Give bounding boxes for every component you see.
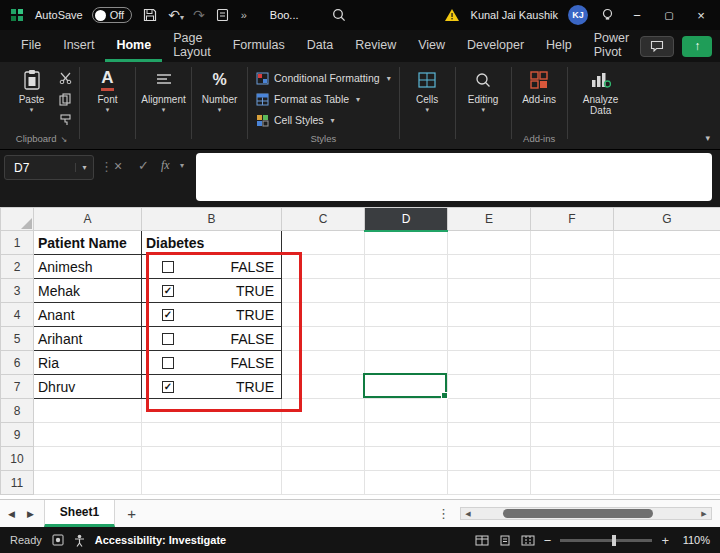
checkbox-B3[interactable]: ✓ <box>162 285 174 297</box>
cell-B8[interactable] <box>142 399 282 423</box>
cell-A3[interactable]: Mehak <box>34 279 142 303</box>
zoom-in-button[interactable]: + <box>661 533 669 548</box>
cell-F10[interactable] <box>531 447 614 471</box>
conditional-formatting-button[interactable]: Conditional Formatting ▾ <box>252 69 395 87</box>
cell-E10[interactable] <box>448 447 531 471</box>
cell-B10[interactable] <box>142 447 282 471</box>
cell-G1[interactable] <box>614 231 720 255</box>
cell-F5[interactable] <box>531 327 614 351</box>
clipboard-dialog-launcher-icon[interactable]: ↘ <box>60 135 67 144</box>
cell-B2[interactable]: FALSE <box>142 255 282 279</box>
redo-button[interactable]: ↷ <box>193 7 205 23</box>
normal-view-icon[interactable] <box>475 535 489 546</box>
scroll-right-icon[interactable]: ▶ <box>697 510 711 518</box>
add-sheet-button[interactable]: + <box>115 500 148 527</box>
tab-power-pivot[interactable]: Power Pivot <box>583 30 640 62</box>
cell-D9[interactable] <box>365 423 448 447</box>
zoom-level[interactable]: 110% <box>678 534 710 546</box>
warning-icon[interactable] <box>443 6 461 24</box>
scrollbar-thumb[interactable] <box>503 509 653 518</box>
cell-A8[interactable] <box>34 399 142 423</box>
cell-B9[interactable] <box>142 423 282 447</box>
cell-B4[interactable]: ✓TRUE <box>142 303 282 327</box>
cell-G3[interactable] <box>614 279 720 303</box>
cell-A10[interactable] <box>34 447 142 471</box>
cell-D2[interactable] <box>365 255 448 279</box>
col-header-E[interactable]: E <box>448 208 531 231</box>
autosave-toggle[interactable]: Off <box>92 7 132 23</box>
lightbulb-icon[interactable] <box>598 6 616 24</box>
format-painter-icon[interactable] <box>57 113 73 127</box>
cell-G10[interactable] <box>614 447 720 471</box>
tab-file[interactable]: File <box>10 30 52 62</box>
cell-F6[interactable] <box>531 351 614 375</box>
cell-G6[interactable] <box>614 351 720 375</box>
row-header-2[interactable]: 2 <box>1 255 34 279</box>
col-header-F[interactable]: F <box>531 208 614 231</box>
zoom-out-button[interactable]: − <box>544 533 552 548</box>
cell-E4[interactable] <box>448 303 531 327</box>
row-header-4[interactable]: 4 <box>1 303 34 327</box>
copy-icon[interactable] <box>57 92 73 106</box>
tab-home[interactable]: Home <box>105 30 162 62</box>
cell-styles-button[interactable]: Cell Styles ▾ <box>252 111 395 129</box>
accessibility-icon[interactable] <box>74 534 85 547</box>
user-name[interactable]: Kunal Jai Kaushik <box>471 9 558 21</box>
select-all-button[interactable] <box>1 208 34 231</box>
cell-B3[interactable]: ✓TRUE <box>142 279 282 303</box>
cell-E6[interactable] <box>448 351 531 375</box>
formula-input[interactable] <box>196 153 712 201</box>
cell-F9[interactable] <box>531 423 614 447</box>
sheet-bar-menu-icon[interactable]: ⋮ <box>437 506 450 521</box>
undo-button[interactable]: ↶▾ <box>168 7 184 23</box>
col-header-B[interactable]: B <box>142 208 282 231</box>
cell-D11[interactable] <box>365 471 448 495</box>
cell-C5[interactable] <box>282 327 365 351</box>
prev-sheet-icon[interactable]: ◀ <box>8 509 15 519</box>
cell-D7-selected[interactable] <box>365 375 448 399</box>
cell-F8[interactable] <box>531 399 614 423</box>
checkbox-B6[interactable] <box>162 357 174 369</box>
cell-G2[interactable] <box>614 255 720 279</box>
cell-A11[interactable] <box>34 471 142 495</box>
cell-C1[interactable] <box>282 231 365 255</box>
col-header-A[interactable]: A <box>34 208 142 231</box>
cell-E9[interactable] <box>448 423 531 447</box>
close-button[interactable]: × <box>690 4 712 26</box>
cancel-icon[interactable]: × <box>114 158 122 174</box>
cell-B6[interactable]: FALSE <box>142 351 282 375</box>
cell-F1[interactable] <box>531 231 614 255</box>
cell-A6[interactable]: Ria <box>34 351 142 375</box>
avatar[interactable]: KJ <box>568 5 588 25</box>
cut-icon[interactable] <box>57 71 73 85</box>
cell-E8[interactable] <box>448 399 531 423</box>
page-layout-view-icon[interactable] <box>498 535 512 546</box>
tab-insert[interactable]: Insert <box>52 30 105 62</box>
cell-G8[interactable] <box>614 399 720 423</box>
collapse-ribbon-icon[interactable]: ▾ <box>705 133 710 143</box>
cell-B1[interactable]: Diabetes <box>142 231 282 255</box>
tab-formulas[interactable]: Formulas <box>222 30 296 62</box>
cell-C11[interactable] <box>282 471 365 495</box>
cell-G4[interactable] <box>614 303 720 327</box>
document-title[interactable]: Boo... <box>270 9 299 21</box>
analyze-data-button[interactable]: Analyze Data <box>572 65 630 116</box>
sheet-tab-sheet1[interactable]: Sheet1 <box>44 500 115 527</box>
page-break-view-icon[interactable] <box>521 535 535 546</box>
cell-B11[interactable] <box>142 471 282 495</box>
row-header-8[interactable]: 8 <box>1 399 34 423</box>
cell-C2[interactable] <box>282 255 365 279</box>
search-icon[interactable] <box>330 6 348 24</box>
row-header-6[interactable]: 6 <box>1 351 34 375</box>
name-box-chevron-icon[interactable]: ▾ <box>75 163 93 172</box>
row-header-1[interactable]: 1 <box>1 231 34 255</box>
checkbox-B2[interactable] <box>162 261 174 273</box>
cell-C8[interactable] <box>282 399 365 423</box>
share-button[interactable]: ↑ <box>682 36 712 57</box>
cell-F4[interactable] <box>531 303 614 327</box>
checkbox-B5[interactable] <box>162 333 174 345</box>
row-header-3[interactable]: 3 <box>1 279 34 303</box>
cell-D10[interactable] <box>365 447 448 471</box>
addins-button[interactable]: Add-ins <box>516 65 563 105</box>
cell-E7[interactable] <box>448 375 531 399</box>
